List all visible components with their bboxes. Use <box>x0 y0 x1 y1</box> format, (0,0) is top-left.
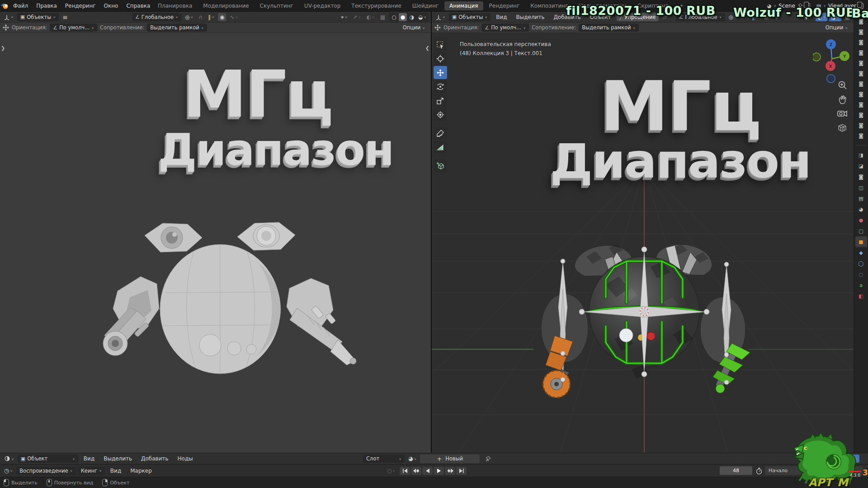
viewport-menu[interactable]: Вид <box>492 13 510 21</box>
tool-scale[interactable] <box>434 94 447 107</box>
viewport-left[interactable]: ∨ ▣Объекты∨ ≡ ∠Глобальное∨ ◎∨ ∩ ∥∨ ◉ ∿∨ … <box>0 12 431 453</box>
overlays-icon[interactable]: ◐∨ <box>365 13 377 21</box>
ortho-toggle-icon[interactable] <box>837 122 847 132</box>
shader-menu[interactable]: Вид <box>80 455 98 463</box>
outliner-visibility-icon[interactable]: ◙ <box>856 79 867 89</box>
viewport-menu[interactable]: Выделить <box>513 13 548 21</box>
editor-type-icon[interactable]: ∨ <box>2 13 15 21</box>
3d-text-diapazon[interactable]: Диапазон <box>540 139 821 183</box>
robot-model-left[interactable] <box>102 192 364 396</box>
properties-tab-collection[interactable]: ▢ <box>855 225 867 236</box>
3d-text-mhz[interactable]: МГц <box>581 75 780 138</box>
workspace-tab[interactable]: Текстурирование <box>346 1 406 10</box>
orientation-value-dropdown[interactable]: ∠По умолч...∨ <box>481 23 529 32</box>
workspace-tab[interactable]: UV-редактор <box>299 1 345 10</box>
workspace-tab[interactable]: Моделирование <box>198 1 254 10</box>
editor-type-icon[interactable]: ∨ <box>2 455 16 463</box>
gizmo-toggle-icon[interactable]: ↗∨ <box>351 13 363 21</box>
outliner-visibility-icon[interactable]: ◙ <box>856 58 867 68</box>
shading-wireframe-icon[interactable]: ○ <box>390 13 398 21</box>
drag-value-dropdown[interactable]: Выделить рамкой∨ <box>147 23 207 32</box>
timeline-menu-view[interactable]: Вид <box>107 467 125 475</box>
options-dropdown[interactable]: Опции∨ <box>400 23 428 32</box>
properties-tab-tool[interactable]: ◪ <box>855 160 867 171</box>
jump-to-start-button[interactable] <box>400 467 410 475</box>
tool-annotate[interactable] <box>434 127 447 140</box>
menu-render[interactable]: Рендеринг <box>61 2 100 10</box>
shader-menu[interactable]: Выделить <box>100 455 136 463</box>
properties-tab-world[interactable]: ● <box>855 215 867 225</box>
new-material-button[interactable]: +Новый <box>420 455 480 463</box>
outliner-visibility-icon[interactable]: ◙ <box>856 68 867 79</box>
shading-rendered-icon[interactable]: ◒∨ <box>416 13 428 21</box>
timeline-menu-marker[interactable]: Маркер <box>127 467 156 475</box>
tool-measure[interactable] <box>434 141 447 154</box>
sidebar-expand-chevron[interactable]: ❮ <box>425 45 429 51</box>
3d-text-diapazon[interactable]: Диапазон <box>136 130 416 170</box>
menu-edit[interactable]: Правка <box>32 2 61 10</box>
outliner-visibility-icon[interactable]: ◙ <box>856 37 867 47</box>
toolbar-expand-chevron[interactable]: ❯ <box>1 45 5 51</box>
outliner-visibility-icon[interactable]: ◙ <box>856 89 867 99</box>
shader-menu[interactable]: Добавить <box>137 455 172 463</box>
properties-tab-material[interactable]: ◧ <box>855 291 867 301</box>
playback-dropdown[interactable]: Воспроизведение∨ <box>16 467 76 475</box>
blender-logo-icon[interactable] <box>0 2 9 10</box>
tool-move[interactable] <box>434 66 447 79</box>
material-sphere-icon[interactable]: ◕∨ <box>406 455 418 463</box>
outliner-visibility-icon[interactable]: ◙ <box>856 120 867 131</box>
menu-help[interactable]: Справка <box>122 2 154 10</box>
camera-view-icon[interactable] <box>837 108 848 117</box>
tool-add-primitive[interactable] <box>434 159 447 172</box>
proportional-edit-icon[interactable]: ◉ <box>218 13 226 21</box>
properties-tab-object[interactable]: ■ <box>855 236 867 247</box>
tool-cursor[interactable] <box>434 52 447 65</box>
show-gizmos-icon[interactable]: ⌖∨ <box>339 13 349 21</box>
robot-model-right[interactable] <box>537 221 752 401</box>
drag-value-dropdown[interactable]: Выделить рамкой∨ <box>579 23 638 32</box>
viewport-right[interactable]: ∨ ▣Объекты∨ ВидВыделитьДобавитьОбъект ╱У… <box>432 12 854 453</box>
properties-tab-physics[interactable]: ◯ <box>855 258 867 269</box>
tool-rotate[interactable] <box>434 80 447 93</box>
tool-select-box[interactable] <box>434 38 447 51</box>
pin-icon[interactable] <box>485 456 491 462</box>
properties-tab-view-layer[interactable]: ▤ <box>855 193 867 204</box>
properties-tab-particles[interactable]: ◌ <box>855 269 867 280</box>
properties-tab-active-tool[interactable]: ◨ <box>855 150 867 160</box>
menu-file[interactable]: Файл <box>9 2 32 10</box>
orientation-dropdown[interactable]: ∠Глобальное∨ <box>132 13 181 21</box>
xray-icon[interactable]: ▦ <box>378 13 387 21</box>
prev-keyframe-button[interactable] <box>411 467 421 475</box>
workspace-tab[interactable]: Планировка <box>153 1 197 10</box>
mode-dropdown[interactable]: ▣Объекты∨ <box>17 13 59 21</box>
editor-type-icon[interactable]: ◷∨ <box>2 466 14 475</box>
auto-keying-icon[interactable]: ○∨ <box>385 467 397 475</box>
shading-material-icon[interactable]: ◑ <box>407 13 415 21</box>
current-frame-field[interactable]: 48 <box>720 466 752 475</box>
shading-solid-icon[interactable]: ● <box>399 13 407 21</box>
shader-mode-dropdown[interactable]: ▣Объект∨ <box>18 455 78 463</box>
workspace-tab[interactable]: Скульптинг <box>255 1 298 10</box>
editor-type-icon[interactable]: ∨ <box>434 13 447 21</box>
menu-window[interactable]: Окно <box>100 2 123 10</box>
mode-dropdown[interactable]: ▣Объекты∨ <box>449 13 491 21</box>
keying-dropdown[interactable]: Кеинг∨ <box>78 467 105 475</box>
properties-tab-render[interactable]: ◙ <box>855 171 867 182</box>
play-reverse-button[interactable] <box>422 467 433 475</box>
tool-transform[interactable] <box>434 108 447 121</box>
outliner-visibility-icon[interactable]: ◙ <box>856 27 867 37</box>
shader-menu[interactable]: Ноды <box>174 455 197 463</box>
3d-text-mhz[interactable]: МГц <box>149 65 366 124</box>
collapsed-menus-icon[interactable]: ≡ <box>61 13 70 22</box>
play-button[interactable] <box>434 467 444 475</box>
properties-tab-data[interactable]: a <box>855 280 867 291</box>
properties-tab-modifiers[interactable]: ◆ <box>855 247 867 258</box>
outliner-visibility-icon[interactable]: ◙ <box>856 110 867 120</box>
slot-dropdown[interactable]: Слот∨ <box>363 455 405 463</box>
next-keyframe-button[interactable] <box>445 467 455 475</box>
outliner-visibility-icon[interactable]: ◙ <box>856 131 867 141</box>
stopwatch-icon[interactable] <box>756 468 762 474</box>
options-dropdown[interactable]: Опции∨ <box>822 23 851 32</box>
snap-target-icon[interactable]: ∥∨ <box>206 13 216 21</box>
workspace-tab[interactable]: Рендеринг <box>484 1 525 10</box>
